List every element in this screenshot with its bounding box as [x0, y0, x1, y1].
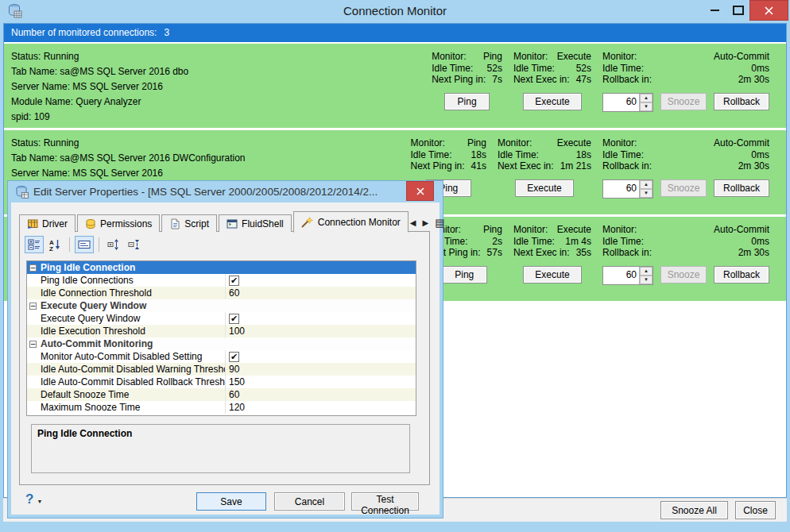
tab-navigation: ◀ ▶ ▤ — [410, 217, 447, 232]
property-description-icon[interactable] — [75, 236, 94, 253]
stat-label: Monitor: — [513, 224, 548, 236]
cancel-button[interactable]: Cancel — [274, 492, 345, 511]
checkbox-checked-icon[interactable]: ✔ — [229, 276, 239, 286]
execute-button[interactable]: Execute — [515, 179, 574, 197]
rollback-button[interactable]: Rollback — [714, 266, 769, 283]
stat-label: Idle Time: — [411, 149, 452, 161]
stat-value: Auto-Commit — [714, 224, 769, 236]
spinner-up-icon[interactable]: ▲ — [640, 180, 653, 189]
connection-info-line: Server Name: MS SQL Server 2016 — [11, 166, 246, 181]
minimize-button[interactable] — [703, 0, 726, 21]
autocommit-controls-row: 60▲▼SnoozeRollback — [602, 179, 769, 199]
tab-label: Script — [184, 218, 209, 229]
property-row[interactable]: Idle Connection Threshold60 — [27, 287, 416, 299]
tab-scroll-left-icon[interactable]: ◀ — [410, 218, 416, 227]
snooze-button[interactable]: Snooze — [660, 93, 707, 110]
snooze-time-spinner[interactable]: 60▲▼ — [602, 179, 653, 199]
property-category-row[interactable]: –Execute Query Window — [27, 299, 416, 312]
property-value[interactable]: 60 — [225, 388, 416, 401]
collapse-sections-icon[interactable] — [125, 236, 144, 253]
stat-value: 2m 30s — [738, 247, 769, 259]
tab-permissions[interactable]: Permissions — [77, 214, 160, 232]
property-row[interactable]: Maximum Snooze Time120 — [27, 401, 416, 414]
property-name: Ping Idle Connections — [27, 274, 225, 287]
execute-button-row: Execute — [513, 93, 591, 110]
monitor-stat-line: Idle Time:0ms — [602, 149, 769, 161]
spinner-up-icon[interactable]: ▲ — [640, 267, 653, 276]
property-name: Idle Execution Threshold — [27, 325, 225, 337]
stat-value: Ping — [483, 51, 502, 63]
close-icon — [765, 6, 773, 15]
dialog-titlebar[interactable]: Edit Server Properties - [MS SQL Server … — [8, 181, 443, 202]
property-row[interactable]: Ping Idle Connections✔ — [27, 274, 416, 287]
ping-button[interactable]: Ping — [444, 93, 490, 110]
stat-label: Monitor: — [411, 137, 445, 149]
connection-count-value: 3 — [164, 27, 169, 38]
rollback-button[interactable]: Rollback — [714, 93, 769, 110]
property-value[interactable]: 150 — [225, 376, 416, 388]
test-connection-button[interactable]: Test Connection — [351, 492, 419, 511]
tab-scroll-right-icon[interactable]: ▶ — [423, 218, 429, 227]
categorized-view-icon[interactable] — [25, 236, 44, 253]
ping-button[interactable]: Ping — [442, 266, 487, 283]
tab-connection-monitor[interactable]: Connection Monitor — [293, 211, 409, 233]
property-row[interactable]: Execute Query Window✔ — [27, 312, 416, 325]
stat-label: Next Ping in: — [411, 160, 465, 172]
property-value[interactable]: 120 — [225, 401, 416, 414]
dialog-tabbar: Driver Permissions Script — [19, 211, 433, 232]
rollback-button[interactable]: Rollback — [714, 179, 769, 197]
property-row[interactable]: Default Snooze Time60 — [27, 388, 416, 401]
stat-value: 7s — [492, 74, 502, 86]
snooze-button[interactable]: Snooze — [660, 179, 707, 197]
tab-fluidshell[interactable]: FluidShell — [219, 214, 292, 232]
stat-value: Auto-Commit — [714, 51, 769, 63]
svg-text:Z: Z — [49, 245, 53, 252]
help-button[interactable]: ? ▼ — [25, 492, 42, 507]
property-row[interactable]: Idle Execution Threshold100 — [27, 325, 416, 337]
tab-list-icon[interactable]: ▤ — [435, 217, 444, 229]
spinner-down-icon[interactable]: ▼ — [640, 189, 653, 198]
property-row[interactable]: Idle Auto-Commit Disabled Rollback Thres… — [27, 376, 416, 388]
save-button[interactable]: Save — [196, 492, 266, 511]
collapse-category-icon[interactable]: – — [29, 341, 37, 348]
property-value[interactable]: 100 — [225, 325, 416, 337]
tab-driver[interactable]: Driver — [19, 214, 76, 232]
checkbox-checked-icon[interactable]: ✔ — [229, 352, 239, 362]
window-controls — [703, 0, 788, 21]
autocommit-controls-row: 60▲▼SnoozeRollback — [602, 266, 769, 285]
stat-value: 1m 4s — [565, 236, 591, 248]
monitor-stat-line: Rollback in:2m 30s — [602, 247, 769, 259]
permissions-icon — [85, 218, 96, 229]
close-button[interactable]: Close — [735, 501, 776, 519]
checkbox-checked-icon[interactable]: ✔ — [229, 314, 239, 324]
snooze-time-spinner[interactable]: 60▲▼ — [602, 93, 653, 112]
snooze-all-button[interactable]: Snooze All — [660, 501, 728, 519]
property-row[interactable]: Monitor Auto-Commit Disabled Setting✔ — [27, 350, 416, 363]
spinner-value: 60 — [603, 267, 639, 284]
dialog-close-button[interactable] — [406, 181, 434, 201]
maximize-button[interactable] — [726, 0, 749, 21]
monitor-stat-line: Idle Time:0ms — [602, 236, 769, 248]
stat-value: 0ms — [751, 63, 769, 75]
execute-button[interactable]: Execute — [523, 266, 582, 283]
fluidshell-icon — [227, 218, 238, 229]
property-category-row[interactable]: –Ping Idle Connection — [27, 261, 416, 274]
alphabetical-sort-icon[interactable]: A Z — [45, 236, 64, 253]
snooze-time-spinner[interactable]: 60▲▼ — [602, 266, 653, 285]
snooze-button[interactable]: Snooze — [660, 266, 707, 283]
collapse-category-icon[interactable]: – — [29, 303, 37, 310]
expand-sections-icon[interactable] — [104, 236, 123, 253]
close-window-button[interactable] — [749, 0, 788, 21]
spinner-down-icon[interactable]: ▼ — [640, 276, 653, 284]
spinner-down-icon[interactable]: ▼ — [640, 102, 653, 111]
execute-button-row: Execute — [513, 266, 591, 283]
property-value[interactable]: 60 — [225, 287, 416, 299]
tab-script[interactable]: Script — [161, 214, 217, 232]
spinner-up-icon[interactable]: ▲ — [640, 94, 653, 102]
execute-button[interactable]: Execute — [523, 93, 582, 110]
monitor-stat-line: Rollback in:2m 30s — [602, 160, 769, 172]
property-row[interactable]: Idle Auto-Commit Disabled Warning Thresh… — [27, 363, 416, 376]
property-value[interactable]: 90 — [225, 363, 416, 376]
property-category-row[interactable]: –Auto-Commit Monitoring — [27, 337, 416, 350]
collapse-category-icon[interactable]: – — [29, 264, 37, 272]
